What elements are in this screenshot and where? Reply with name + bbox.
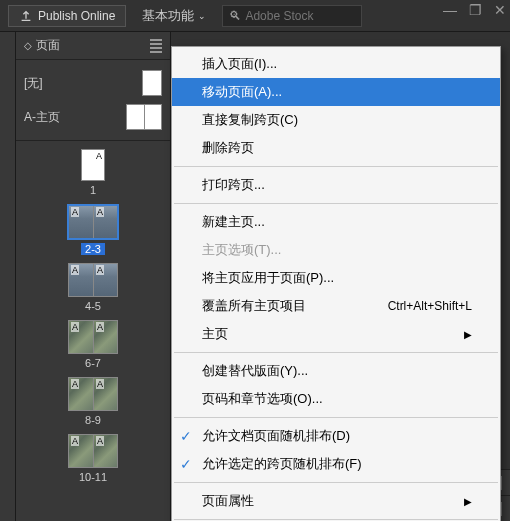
master-indicator: A bbox=[71, 379, 79, 389]
menu-page-attrs[interactable]: 页面属性▶ bbox=[172, 487, 500, 515]
menu-apply-master[interactable]: 将主页应用于页面(P)... bbox=[172, 264, 500, 292]
workspace-selector[interactable]: 基本功能 ⌄ bbox=[134, 7, 214, 25]
master-none-thumb bbox=[142, 70, 162, 96]
page-thumb-item[interactable]: AA10-11 bbox=[68, 434, 118, 483]
collapse-icon: ◇ bbox=[24, 40, 32, 51]
menu-new-master[interactable]: 新建主页... bbox=[172, 208, 500, 236]
master-indicator: A bbox=[71, 436, 79, 446]
menu-duplicate-spread[interactable]: 直接复制跨页(C) bbox=[172, 106, 500, 134]
page-number-label: 4-5 bbox=[85, 300, 101, 312]
close-button[interactable]: ✕ bbox=[494, 2, 506, 18]
page-number-label: 10-11 bbox=[79, 471, 107, 483]
left-ruler bbox=[0, 32, 16, 521]
menu-override-all[interactable]: 覆盖所有主页项目Ctrl+Alt+Shift+L bbox=[172, 292, 500, 320]
submenu-arrow-icon: ▶ bbox=[464, 329, 472, 340]
menu-move-pages[interactable]: 移动页面(A)... bbox=[172, 78, 500, 106]
chevron-down-icon: ⌄ bbox=[198, 11, 206, 21]
menu-delete-spread[interactable]: 删除跨页 bbox=[172, 134, 500, 162]
page-thumb-item[interactable]: A1 bbox=[81, 149, 105, 196]
menu-separator bbox=[174, 482, 498, 483]
page-thumb-item[interactable]: AA8-9 bbox=[68, 377, 118, 426]
minimize-button[interactable]: — bbox=[443, 2, 457, 18]
menu-separator bbox=[174, 417, 498, 418]
master-indicator: A bbox=[71, 322, 79, 332]
menu-separator bbox=[174, 166, 498, 167]
page-number-label: 8-9 bbox=[85, 414, 101, 426]
menu-create-alt[interactable]: 创建替代版面(Y)... bbox=[172, 357, 500, 385]
page-thumb: A bbox=[93, 321, 117, 353]
check-icon: ✓ bbox=[180, 456, 192, 472]
page-thumb: A bbox=[93, 264, 117, 296]
master-a-row[interactable]: A-主页 bbox=[24, 100, 162, 134]
check-icon: ✓ bbox=[180, 428, 192, 444]
menu-separator bbox=[174, 352, 498, 353]
menu-master-pages[interactable]: 主页▶ bbox=[172, 320, 500, 348]
thumbnails-container: A1AA2-3AA4-5AA6-7AA8-9AA10-11 bbox=[16, 141, 170, 521]
spread-thumb: AA bbox=[68, 434, 118, 468]
spread-thumb: AA bbox=[68, 320, 118, 354]
page-thumb: A bbox=[69, 378, 93, 410]
panel-header[interactable]: ◇ 页面 bbox=[16, 32, 170, 60]
master-indicator: A bbox=[96, 151, 102, 161]
master-none-row[interactable]: [无] bbox=[24, 66, 162, 100]
page-thumb-item[interactable]: AA6-7 bbox=[68, 320, 118, 369]
search-input[interactable] bbox=[245, 9, 355, 23]
stock-search-box[interactable]: 🔍︎ bbox=[222, 5, 362, 27]
upload-icon bbox=[19, 9, 33, 23]
page-number-label: 2-3 bbox=[81, 243, 105, 255]
search-icon: 🔍︎ bbox=[229, 9, 241, 23]
panel-title: 页面 bbox=[36, 37, 60, 54]
master-none-label: [无] bbox=[24, 75, 43, 92]
spread-thumb: AA bbox=[67, 204, 119, 240]
master-indicator: A bbox=[96, 322, 104, 332]
menu-separator bbox=[174, 519, 498, 520]
menu-numbering[interactable]: 页码和章节选项(O)... bbox=[172, 385, 500, 413]
page-number-label: 1 bbox=[90, 184, 96, 196]
master-indicator: A bbox=[96, 436, 104, 446]
page-number-label: 6-7 bbox=[85, 357, 101, 369]
pages-context-menu: 插入页面(I)... 移动页面(A)... 直接复制跨页(C) 删除跨页 打印跨… bbox=[171, 46, 501, 521]
master-indicator: A bbox=[96, 379, 104, 389]
page-thumb: A bbox=[93, 206, 117, 238]
menu-shortcut: Ctrl+Alt+Shift+L bbox=[388, 299, 472, 313]
spread-thumb: AA bbox=[68, 263, 118, 297]
page-thumb: A bbox=[69, 321, 93, 353]
menu-insert-pages[interactable]: 插入页面(I)... bbox=[172, 50, 500, 78]
master-a-label: A-主页 bbox=[24, 109, 60, 126]
menu-separator bbox=[174, 203, 498, 204]
pages-panel: ◇ 页面 [无] A-主页 A1AA2-3AA4-5AA6-7AA8-9AA10… bbox=[16, 32, 171, 521]
page-thumb: A bbox=[93, 435, 117, 467]
page-thumb: A bbox=[81, 149, 105, 181]
page-thumb: A bbox=[69, 264, 93, 296]
submenu-arrow-icon: ▶ bbox=[464, 496, 472, 507]
page-thumb: A bbox=[93, 378, 117, 410]
master-indicator: A bbox=[96, 265, 104, 275]
page-thumb: A bbox=[69, 435, 93, 467]
master-indicator: A bbox=[71, 207, 79, 217]
master-indicator: A bbox=[71, 265, 79, 275]
menu-allow-shuffle-sel[interactable]: ✓允许选定的跨页随机排布(F) bbox=[172, 450, 500, 478]
master-indicator: A bbox=[96, 207, 104, 217]
publish-label: Publish Online bbox=[38, 9, 115, 23]
publish-online-button[interactable]: Publish Online bbox=[8, 5, 126, 27]
page-thumb-item[interactable]: AA4-5 bbox=[68, 263, 118, 312]
spread-thumb: AA bbox=[68, 377, 118, 411]
page-thumb: A bbox=[69, 206, 93, 238]
menu-allow-shuffle-doc[interactable]: ✓允许文档页面随机排布(D) bbox=[172, 422, 500, 450]
menu-print-spread[interactable]: 打印跨页... bbox=[172, 171, 500, 199]
restore-button[interactable]: ❐ bbox=[469, 2, 482, 18]
panel-menu-icon[interactable] bbox=[150, 39, 162, 53]
menu-master-options: 主页选项(T)... bbox=[172, 236, 500, 264]
master-a-thumb bbox=[126, 104, 162, 130]
workspace-label: 基本功能 bbox=[142, 7, 194, 25]
page-thumb-item[interactable]: AA2-3 bbox=[67, 204, 119, 255]
